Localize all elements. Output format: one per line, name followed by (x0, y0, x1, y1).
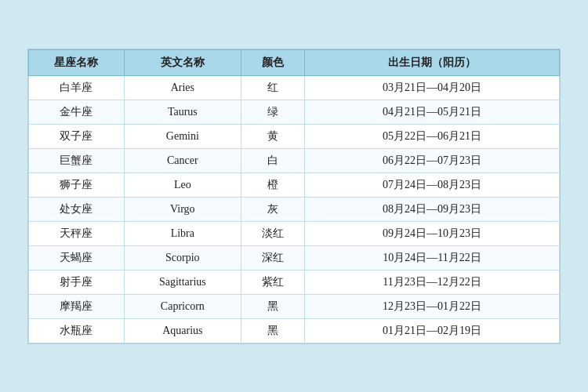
cell-chinese-name: 狮子座 (29, 172, 125, 197)
cell-english-name: Sagittarius (124, 270, 241, 294)
header-color: 颜色 (241, 49, 304, 75)
cell-chinese-name: 双子座 (29, 124, 125, 148)
cell-color: 红 (241, 75, 304, 100)
cell-chinese-name: 射手座 (29, 270, 125, 294)
cell-color: 灰 (241, 197, 304, 221)
table-header-row: 星座名称 英文名称 颜色 出生日期（阳历） (29, 49, 560, 75)
header-chinese-name: 星座名称 (29, 49, 125, 75)
cell-color: 绿 (241, 100, 304, 124)
cell-color: 淡红 (241, 221, 304, 245)
header-date: 出生日期（阳历） (305, 49, 560, 75)
zodiac-table-container: 星座名称 英文名称 颜色 出生日期（阳历） 白羊座Aries红03月21日—04… (27, 49, 561, 344)
table-row: 狮子座Leo橙07月24日—08月23日 (29, 172, 560, 197)
table-row: 巨蟹座Cancer白06月22日—07月23日 (29, 148, 560, 172)
cell-dates: 01月21日—02月19日 (305, 318, 560, 343)
cell-dates: 05月22日—06月21日 (305, 124, 560, 148)
table-row: 天蝎座Scorpio深红10月24日—11月22日 (29, 245, 560, 270)
cell-chinese-name: 巨蟹座 (29, 148, 125, 172)
cell-color: 深红 (241, 245, 304, 270)
cell-color: 黑 (241, 318, 304, 343)
cell-dates: 10月24日—11月22日 (305, 245, 560, 270)
cell-color: 橙 (241, 172, 304, 197)
cell-chinese-name: 金牛座 (29, 100, 125, 124)
cell-english-name: Leo (124, 172, 241, 197)
table-body: 白羊座Aries红03月21日—04月20日金牛座Taurus绿04月21日—0… (29, 75, 560, 343)
cell-dates: 12月23日—01月22日 (305, 294, 560, 318)
cell-chinese-name: 摩羯座 (29, 294, 125, 318)
cell-color: 紫红 (241, 270, 304, 294)
cell-chinese-name: 白羊座 (29, 75, 125, 100)
table-row: 金牛座Taurus绿04月21日—05月21日 (29, 100, 560, 124)
cell-dates: 04月21日—05月21日 (305, 100, 560, 124)
cell-english-name: Aries (124, 75, 241, 100)
table-row: 白羊座Aries红03月21日—04月20日 (29, 75, 560, 100)
cell-chinese-name: 天蝎座 (29, 245, 125, 270)
cell-dates: 03月21日—04月20日 (305, 75, 560, 100)
cell-english-name: Libra (124, 221, 241, 245)
cell-english-name: Capricorn (124, 294, 241, 318)
cell-dates: 09月24日—10月23日 (305, 221, 560, 245)
table-row: 摩羯座Capricorn黑12月23日—01月22日 (29, 294, 560, 318)
cell-color: 白 (241, 148, 304, 172)
cell-english-name: Cancer (124, 148, 241, 172)
cell-english-name: Virgo (124, 197, 241, 221)
table-row: 双子座Gemini黄05月22日—06月21日 (29, 124, 560, 148)
cell-color: 黄 (241, 124, 304, 148)
cell-dates: 06月22日—07月23日 (305, 148, 560, 172)
cell-dates: 11月23日—12月22日 (305, 270, 560, 294)
table-row: 射手座Sagittarius紫红11月23日—12月22日 (29, 270, 560, 294)
header-english-name: 英文名称 (124, 49, 241, 75)
cell-chinese-name: 水瓶座 (29, 318, 125, 343)
cell-english-name: Aquarius (124, 318, 241, 343)
table-row: 处女座Virgo灰08月24日—09月23日 (29, 197, 560, 221)
cell-chinese-name: 处女座 (29, 197, 125, 221)
table-row: 天秤座Libra淡红09月24日—10月23日 (29, 221, 560, 245)
cell-english-name: Scorpio (124, 245, 241, 270)
cell-english-name: Taurus (124, 100, 241, 124)
cell-english-name: Gemini (124, 124, 241, 148)
cell-dates: 07月24日—08月23日 (305, 172, 560, 197)
table-row: 水瓶座Aquarius黑01月21日—02月19日 (29, 318, 560, 343)
cell-dates: 08月24日—09月23日 (305, 197, 560, 221)
cell-chinese-name: 天秤座 (29, 221, 125, 245)
cell-color: 黑 (241, 294, 304, 318)
zodiac-table: 星座名称 英文名称 颜色 出生日期（阳历） 白羊座Aries红03月21日—04… (28, 49, 560, 343)
